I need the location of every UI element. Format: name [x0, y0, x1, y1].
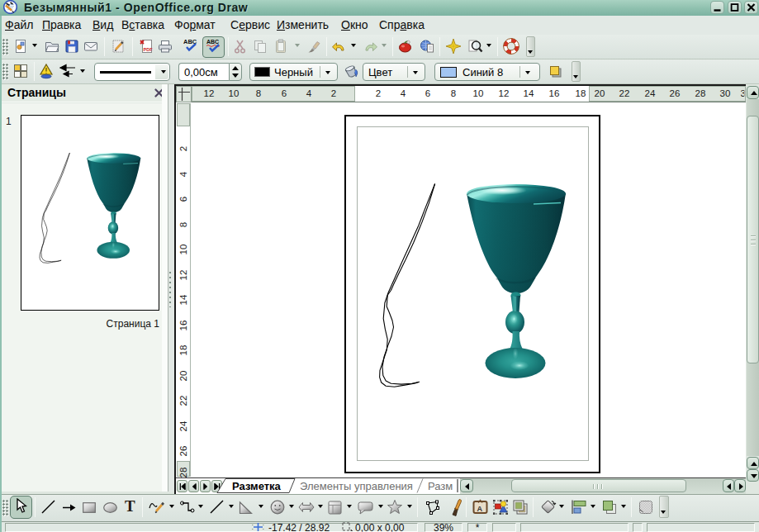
svg-text:ABC: ABC: [206, 39, 219, 45]
svg-text:PDF: PDF: [144, 47, 154, 52]
svg-text:A: A: [477, 505, 483, 513]
